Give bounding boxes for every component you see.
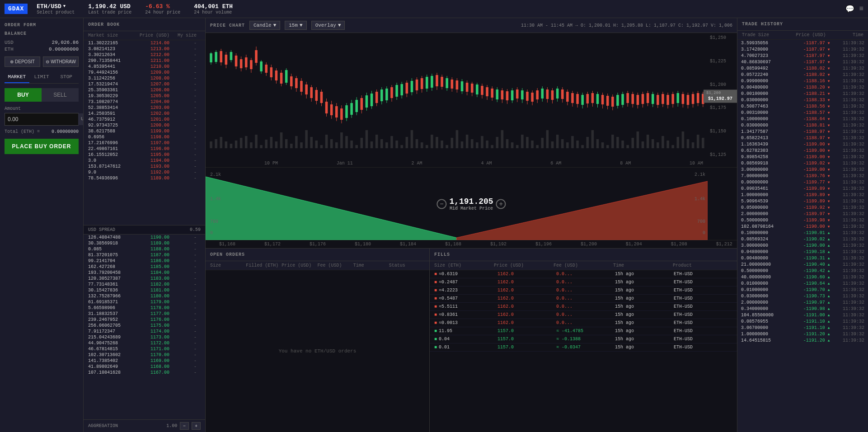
ask-row[interactable]: 153.871476121193.00- [84,164,205,169]
chart-header: PRICE CHART Candle ▼ 15m ▼ Overlay ▼ 11:… [206,18,737,33]
menu-icon[interactable]: ≡ [859,5,863,13]
spread-label: USD SPREAD [88,227,115,232]
overlay-dropdown[interactable]: Overlay ▼ [311,21,345,30]
ask-row[interactable]: 3.302126341212.00- [84,52,205,58]
svg-rect-50 [461,141,464,148]
ask-row[interactable]: 290.713584411211.00- [84,58,205,64]
svg-rect-130 [285,70,288,83]
tab-market[interactable]: MARKET [5,71,29,83]
pair-selector[interactable]: ETH/USD ▼ Select product [37,3,75,15]
timeframe-dropdown[interactable]: 15m ▼ [285,21,306,30]
bid-row[interactable]: 107.108416281167.00- [84,370,205,376]
bid-row[interactable]: 7.911723471174.00- [84,329,205,334]
svg-rect-42 [421,142,423,148]
ask-row[interactable]: 78.549369961189.00- [84,175,205,181]
ask-row[interactable]: 17.216769961197.00- [84,140,205,146]
fill-row: ■ ≈5.5111 1162.0 0.0... 15h ago ETH-USD [430,303,737,311]
ask-row[interactable]: 25.359033611206.00- [84,87,205,93]
ask-row[interactable]: 3.01194.00- [84,158,205,164]
svg-rect-202 [466,83,469,92]
bid-row[interactable]: 102.307136021170.00- [84,352,205,358]
depth-chart-area: 2.1k 2.1k 1.4k 1.4k 700 700 0 0 − 1,191.… [206,168,737,240]
bid-row[interactable]: 99.21417041186.00- [84,258,205,264]
bid-row[interactable]: 193.792004581184.00- [84,270,205,276]
svg-rect-70 [561,139,564,148]
svg-rect-124 [270,67,273,77]
amount-input[interactable] [5,113,78,125]
trade-row: 0.01000000 -1190.70 ▲ 11:39:32 [737,286,868,293]
ask-row[interactable]: 46.73759121201.00- [84,117,205,122]
zoom-in-icon[interactable]: + [496,199,506,209]
bid-row[interactable]: 61.691853711179.00- [84,299,205,305]
deposit-button[interactable]: ⊕ DEPOSIT [5,56,40,67]
sell-button[interactable]: SELL [42,88,79,102]
place-order-button[interactable]: PLACE BUY ORDER [5,139,79,154]
pair-dropdown-icon[interactable]: ▼ [63,4,66,9]
chart-type-dropdown[interactable]: Candle ▼ [249,21,280,30]
last-price-label: Last trade price [88,10,131,15]
svg-rect-108 [230,52,233,60]
svg-rect-13 [275,141,278,148]
bottom-panels: OPEN ORDERS Size Filled (ETH) Price (USD… [206,249,737,432]
pair-name[interactable]: ETH/USD ▼ [37,3,75,10]
bid-row[interactable]: 132.752879661180.00- [84,293,205,299]
ask-row[interactable]: 3.112422561208.00- [84,75,205,81]
ask-row[interactable]: 19.305302291205.00- [84,93,205,99]
tab-limit[interactable]: LIMIT [29,71,54,83]
svg-rect-294 [697,93,699,103]
bid-row[interactable]: 41.898026491168.00- [84,364,205,370]
bid-row[interactable]: 256.060627051175.00- [84,323,205,329]
ask-row[interactable]: 11.302221651214.00- [84,40,205,46]
chat-icon[interactable]: 💬 [845,5,854,14]
bid-row[interactable]: 215.042436891173.00- [84,334,205,340]
trade-row: 0.03000000 -1188.81 ▼ 11:39:32 [737,122,868,128]
fill-row: ■ 0.04 1157.0 ≈ -0.1388 15h ago ETH-USD [430,335,737,343]
ask-row[interactable]: 0.69561198.00- [84,134,205,140]
trade-row: 1.34177587 -1188.97 ▼ 11:39:32 [737,128,868,135]
svg-rect-92 [671,145,674,148]
bid-row[interactable]: 120.305273871183.00- [84,276,205,282]
agg-decrease-button[interactable]: − [180,422,189,430]
bid-row[interactable]: 77.731483611182.00- [84,282,205,287]
svg-rect-0 [210,141,212,148]
pair-sub-label: Select product [37,10,75,15]
ask-row[interactable]: 14.25035911202.00- [84,111,205,117]
svg-rect-282 [666,95,669,105]
ask-row[interactable]: 92.973437251200.00- [84,122,205,128]
bid-row[interactable]: 141.73854021169.00- [84,358,205,364]
svg-rect-172 [390,87,393,98]
zoom-out-icon[interactable]: − [436,199,446,209]
agg-increase-button[interactable]: + [192,422,201,430]
change-label: 24 hour price [145,10,180,15]
bid-row[interactable]: 30.154278361181.00- [84,287,205,293]
bid-row[interactable]: 44.904752681172.00- [84,340,205,346]
svg-rect-106 [225,55,228,65]
ask-row[interactable]: 38.62175881199.00- [84,128,205,134]
bid-row[interactable]: 30.385699181189.00- [84,240,205,246]
fills-header: FILLS [430,249,737,261]
bid-row[interactable]: 81.372010751187.00- [84,252,205,258]
buy-sell-row: BUY SELL [5,88,79,102]
tab-stop[interactable]: STOP [54,71,79,83]
bid-row[interactable]: 239.24679521176.00- [84,317,205,323]
bid-row[interactable]: 46.678148151171.00- [84,346,205,352]
bid-row[interactable]: 31.188325371177.00- [84,311,205,317]
svg-rect-82 [621,141,624,148]
buy-button[interactable]: BUY [5,88,42,102]
ask-row[interactable]: 52.388534141203.00- [84,105,205,111]
bid-row[interactable]: 126.408474881190.00- [84,235,205,240]
ask-row[interactable]: 16.155120521195.00- [84,152,205,158]
ask-row[interactable]: 4.853954411210.00- [84,64,205,70]
svg-rect-24 [330,139,333,148]
ask-row[interactable]: 73.108207741204.00- [84,99,205,105]
bid-row[interactable]: 0.0851188.00- [84,246,205,252]
withdraw-button[interactable]: ⊖ WITHDRAW [43,56,79,67]
bid-row[interactable]: 162.4272681185.00- [84,264,205,270]
ask-row[interactable]: 22.498671611196.00- [84,146,205,152]
ask-row[interactable]: 79.449241561209.00- [84,70,205,75]
ask-row[interactable]: 3.082141231213.00- [84,46,205,52]
ask-row[interactable]: 9.01192.00- [84,169,205,175]
bid-row[interactable]: 5.665989061178.00- [84,305,205,311]
aggregation-label: AGGREGATION [88,423,118,428]
ask-row[interactable]: 17.532194741207.00- [84,81,205,87]
